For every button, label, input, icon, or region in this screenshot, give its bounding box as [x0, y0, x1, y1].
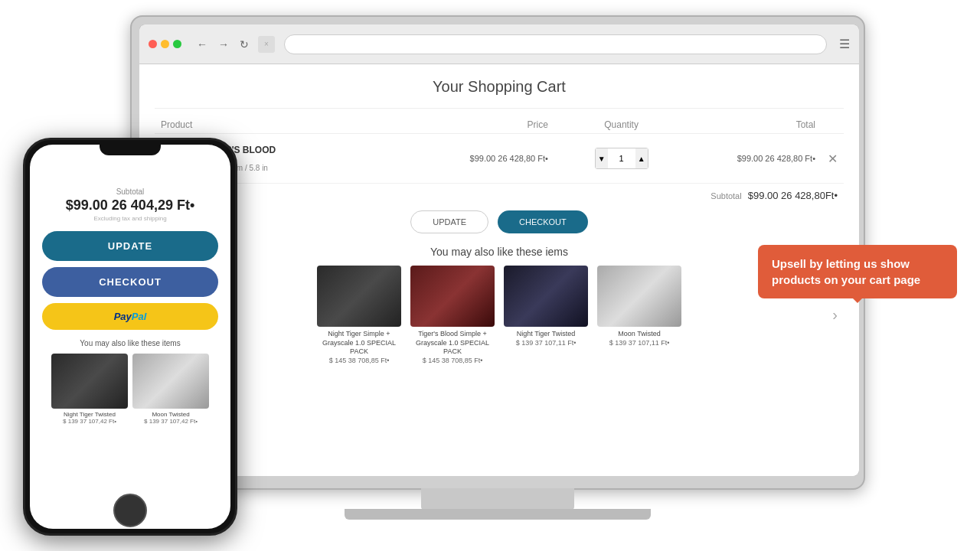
- phone-screen: Subtotal $99.00 26 404,29 Ft• Excluding …: [30, 145, 230, 529]
- list-item: Night Tiger Twisted $ 139 37 107,11 Ft•: [503, 266, 589, 364]
- phone-product-image: [132, 354, 209, 409]
- menu-icon: ☰: [839, 37, 850, 51]
- phone-update-button[interactable]: UPDATE: [42, 231, 218, 261]
- phone-product-name: Night Tiger Twisted: [51, 411, 128, 418]
- update-button[interactable]: UPDATE: [410, 210, 488, 233]
- qty-down-button[interactable]: ▼: [596, 148, 608, 168]
- laptop-stand: [421, 488, 574, 510]
- address-bar[interactable]: [284, 34, 827, 54]
- carousel-next[interactable]: ›: [829, 306, 841, 324]
- laptop-screen-bezel: ← → ↻ × ☰ Your Shopping Cart: [139, 24, 859, 476]
- col-price: Price: [421, 116, 554, 134]
- dot-yellow: [161, 40, 169, 48]
- col-product: Product: [155, 116, 421, 134]
- list-item: Moon Twisted $ 139 37 107,11 Ft•: [596, 266, 682, 364]
- product-price: $ 145 38 708,85 Ft•: [316, 357, 402, 364]
- phone-product-price: $ 139 37 107,42 Ft•: [132, 418, 209, 425]
- carousel-items: Night Tiger Simple + Grayscale 1.0 SPECI…: [175, 266, 824, 364]
- browser-chrome: ← → ↻ × ☰: [139, 24, 859, 64]
- product-image: [410, 266, 495, 327]
- list-item: Night Tiger Twisted $ 139 37 107,42 Ft•: [51, 354, 128, 425]
- phone-notch: [100, 140, 161, 155]
- phone-subtotal-value: $99.00 26 404,29 Ft•: [42, 197, 218, 214]
- page-title: Your Shopping Cart: [155, 64, 844, 109]
- dot-red: [149, 40, 157, 48]
- product-name: Moon Twisted: [596, 330, 682, 339]
- cart-table: Product Price Quantity Total: [155, 116, 844, 184]
- qty-up-button[interactable]: ▲: [635, 148, 648, 168]
- phone: Subtotal $99.00 26 404,29 Ft• Excluding …: [23, 138, 237, 536]
- browser-nav: ← → ↻: [194, 37, 252, 52]
- phone-excl: Excluding tax and shipping: [42, 215, 218, 222]
- remove-button[interactable]: ✕: [828, 152, 838, 166]
- phone-body: Subtotal $99.00 26 404,29 Ft• Excluding …: [23, 138, 237, 536]
- subtotal-row: Subtotal $99.00 26 428,80Ft•: [155, 184, 844, 206]
- product-image: [317, 266, 401, 327]
- list-item: Moon Twisted $ 139 37 107,42 Ft•: [132, 354, 209, 425]
- browser-content: Your Shopping Cart Product Price Quantit…: [139, 64, 859, 476]
- product-image: [597, 266, 681, 327]
- phone-checkout-button[interactable]: CHECKOUT: [42, 267, 218, 297]
- qty-wrapper: ▼ ▲: [595, 148, 648, 169]
- phone-product-image: [51, 354, 128, 409]
- phone-home-button[interactable]: [113, 494, 147, 527]
- list-item: Night Tiger Simple + Grayscale 1.0 SPECI…: [316, 266, 402, 364]
- laptop-screen: ← → ↻ × ☰ Your Shopping Cart: [139, 24, 859, 476]
- back-button[interactable]: ←: [194, 37, 211, 52]
- qty-cell: ▼ ▲: [554, 134, 688, 184]
- checkout-button-laptop[interactable]: CHECKOUT: [498, 210, 588, 233]
- reload-button[interactable]: ↻: [237, 37, 252, 52]
- upsell-text: Upsell by letting us show products on yo…: [772, 257, 920, 286]
- cart-actions: UPDATE CHECKOUT: [155, 206, 844, 240]
- col-total: Total: [688, 116, 822, 134]
- phone-product-name: Moon Twisted: [132, 411, 209, 418]
- item-price: $99.00 26 428,80 Ft•: [421, 134, 554, 184]
- phone-paypal-button[interactable]: PayPal: [42, 303, 218, 330]
- item-total: $99.00 26 428,80 Ft•: [688, 134, 822, 184]
- phone-also-like-title: You may also like these items: [42, 339, 218, 347]
- col-quantity: Quantity: [554, 116, 688, 134]
- phone-content: Subtotal $99.00 26 404,29 Ft• Excluding …: [30, 145, 230, 529]
- subtotal-value: $99.00 26 428,80Ft•: [748, 190, 838, 201]
- forward-button[interactable]: →: [215, 37, 232, 52]
- laptop-base: [345, 509, 651, 520]
- list-item: Tiger's Blood Simple + Grayscale 1.0 SPE…: [410, 266, 495, 364]
- product-name: Tiger's Blood Simple + Grayscale 1.0 SPE…: [410, 330, 495, 357]
- also-like-title: You may also like these iems: [155, 240, 844, 266]
- product-price: $ 145 38 708,85 Ft•: [410, 357, 495, 364]
- phone-subtotal-label: Subtotal: [42, 187, 218, 196]
- dot-green: [173, 40, 181, 48]
- product-price: $ 139 37 107,11 Ft•: [503, 339, 589, 347]
- product-price: $ 139 37 107,11 Ft•: [596, 339, 682, 347]
- phone-items-row: Night Tiger Twisted $ 139 37 107,42 Ft• …: [42, 354, 218, 425]
- table-row: TIGER'S BLOOD verron S - 14.8 cm / 5.8 i…: [155, 134, 844, 184]
- product-name: Night Tiger Simple + Grayscale 1.0 SPECI…: [316, 330, 402, 357]
- laptop: ← → ↻ × ☰ Your Shopping Cart: [130, 15, 865, 520]
- laptop-body: ← → ↻ × ☰ Your Shopping Cart: [130, 15, 865, 490]
- upsell-tooltip: Upsell by letting us show products on yo…: [758, 245, 957, 298]
- product-image: [504, 266, 588, 327]
- qty-input[interactable]: [608, 154, 635, 163]
- product-name: Night Tiger Twisted: [503, 330, 589, 339]
- subtotal-label: Subtotal: [710, 191, 741, 201]
- phone-product-price: $ 139 37 107,42 Ft•: [51, 418, 128, 425]
- also-like-carousel: ‹ Night Tiger Simple + Grayscale 1.0 SPE…: [155, 266, 844, 364]
